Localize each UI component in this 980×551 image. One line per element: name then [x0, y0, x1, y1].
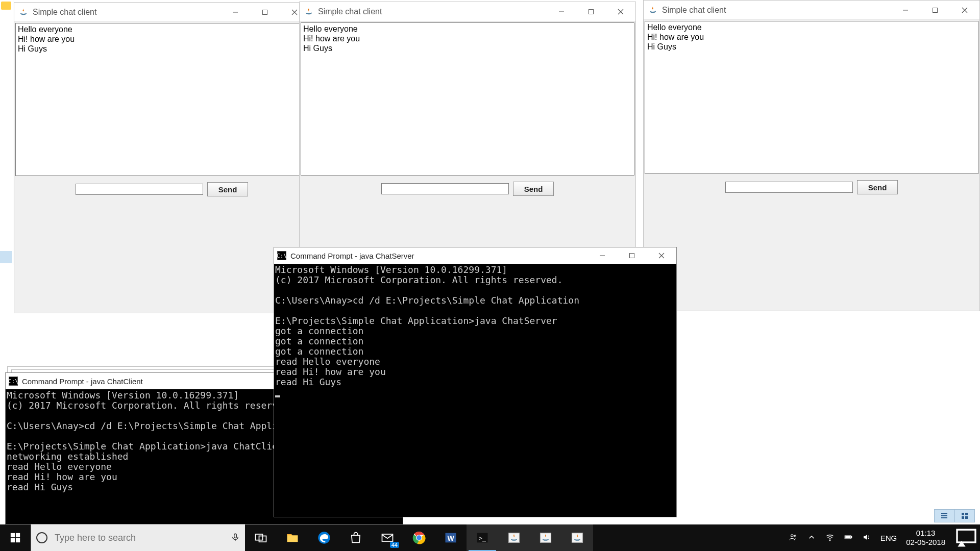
minimize-button[interactable]	[587, 247, 617, 264]
svg-text:>_: >_	[479, 535, 486, 542]
java-icon	[304, 7, 314, 17]
chat-client-window[interactable]: Simple chat client Hello everyone Hi! ho…	[14, 2, 310, 313]
people-icon[interactable]	[789, 533, 798, 543]
titlebar[interactable]: C:\ Command Prompt - java ChatServer	[274, 247, 676, 264]
titlebar[interactable]: Simple chat client	[300, 2, 635, 21]
svg-rect-33	[941, 513, 943, 514]
terminal-text: Microsoft Windows [Version 10.0.16299.37…	[275, 264, 579, 387]
svg-rect-40	[965, 513, 968, 515]
svg-rect-6	[600, 256, 605, 256]
taskbar-app-edge[interactable]	[308, 524, 340, 551]
svg-rect-37	[941, 517, 943, 518]
language-indicator[interactable]: ENG	[880, 534, 897, 542]
list-view-icon[interactable]	[935, 510, 955, 522]
clock-date: 02-05-2018	[906, 538, 945, 547]
svg-rect-42	[965, 516, 968, 519]
svg-rect-8	[11, 533, 15, 537]
minimize-button[interactable]	[547, 2, 576, 21]
grid-view-icon[interactable]	[955, 510, 975, 522]
chat-log[interactable]: Hello everyone Hi! how are you Hi Guys	[15, 23, 308, 176]
start-button[interactable]	[0, 524, 31, 551]
taskbar-app-java[interactable]	[561, 524, 593, 551]
svg-rect-10	[11, 538, 15, 542]
send-button[interactable]: Send	[513, 182, 554, 196]
maximize-button[interactable]	[920, 1, 950, 19]
svg-rect-35	[941, 515, 943, 516]
titlebar[interactable]: Simple chat client	[14, 3, 309, 22]
cmd-server-window[interactable]: C:\ Command Prompt - java ChatServer Mic…	[274, 247, 677, 517]
svg-point-28	[829, 540, 830, 541]
chat-log[interactable]: Hello everyone Hi! how are you Hi Guys	[645, 21, 978, 174]
svg-rect-2	[559, 11, 564, 12]
task-view-button[interactable]	[245, 524, 277, 551]
svg-rect-9	[16, 533, 20, 537]
tray-chevron-up-icon[interactable]	[807, 533, 816, 543]
svg-rect-12	[234, 534, 237, 538]
taskbar-app-cmd[interactable]: >_	[467, 524, 498, 551]
taskbar-app-word[interactable]: W	[435, 524, 467, 551]
close-button[interactable]	[647, 247, 676, 264]
action-center-button[interactable]	[952, 524, 980, 551]
message-input[interactable]	[381, 183, 509, 194]
window-title: Simple chat client	[33, 8, 96, 17]
cortana-icon	[36, 532, 47, 543]
clock[interactable]: 01:13 02-05-2018	[906, 529, 945, 547]
clock-time: 01:13	[906, 529, 945, 538]
svg-rect-36	[943, 515, 947, 516]
svg-rect-34	[943, 513, 947, 514]
svg-point-27	[794, 535, 796, 537]
taskbar[interactable]: 44 W >_ ENG 01:13 02-05-2018	[0, 524, 980, 551]
minimize-button[interactable]	[891, 1, 920, 19]
svg-rect-41	[962, 516, 964, 519]
window-title: Command Prompt - java ChatServer	[290, 252, 414, 260]
window-title: Simple chat client	[318, 7, 382, 16]
maximize-button[interactable]	[250, 3, 280, 21]
cmd-icon: C:\	[277, 251, 286, 260]
chat-client-window[interactable]: Simple chat client Hello everyone Hi! ho…	[643, 0, 980, 311]
maximize-button[interactable]	[617, 247, 647, 264]
svg-rect-38	[943, 517, 947, 518]
svg-rect-0	[233, 12, 238, 12]
taskbar-app-chrome[interactable]	[403, 524, 435, 551]
titlebar[interactable]: Simple chat client	[644, 1, 979, 20]
message-input[interactable]	[76, 184, 203, 195]
svg-point-18	[416, 535, 421, 540]
svg-rect-11	[16, 538, 20, 542]
taskbar-app-mail[interactable]: 44	[372, 524, 403, 551]
svg-rect-16	[382, 534, 393, 541]
view-mode-toggle[interactable]	[934, 509, 975, 522]
terminal-output[interactable]: Microsoft Windows [Version 10.0.16299.37…	[274, 264, 676, 517]
mail-badge: 44	[390, 542, 399, 548]
window-title: Command Prompt - java ChatClient	[22, 377, 143, 386]
taskbar-app-store[interactable]	[340, 524, 372, 551]
system-tray[interactable]: ENG 01:13 02-05-2018	[781, 524, 952, 551]
terminal-cursor	[275, 395, 280, 397]
terminal-text: Microsoft Windows [Version 10.0.16299.37…	[7, 390, 311, 492]
search-box[interactable]	[31, 524, 245, 551]
volume-icon[interactable]	[862, 533, 871, 543]
svg-point-26	[791, 534, 793, 537]
battery-icon[interactable]	[844, 533, 853, 543]
maximize-button[interactable]	[576, 2, 606, 21]
svg-rect-39	[962, 513, 964, 515]
status-bar-peek	[0, 251, 12, 263]
svg-rect-4	[903, 10, 908, 10]
close-button[interactable]	[950, 1, 979, 19]
taskbar-app-java[interactable]	[530, 524, 561, 551]
search-input[interactable]	[54, 532, 225, 544]
svg-rect-5	[933, 8, 938, 12]
svg-rect-7	[630, 254, 634, 258]
taskbar-app-java[interactable]	[498, 524, 530, 551]
svg-rect-32	[957, 530, 975, 542]
chat-log[interactable]: Hello everyone Hi! how are you Hi Guys	[301, 22, 634, 176]
send-button[interactable]: Send	[207, 182, 248, 196]
close-button[interactable]	[606, 2, 635, 21]
minimize-button[interactable]	[220, 3, 250, 21]
message-input[interactable]	[725, 182, 853, 193]
taskbar-app-file-explorer[interactable]	[277, 524, 308, 551]
wifi-icon[interactable]	[825, 533, 835, 543]
send-button[interactable]: Send	[857, 180, 898, 194]
svg-rect-3	[589, 9, 594, 14]
mic-icon[interactable]	[231, 533, 240, 543]
window-title: Simple chat client	[662, 6, 726, 15]
